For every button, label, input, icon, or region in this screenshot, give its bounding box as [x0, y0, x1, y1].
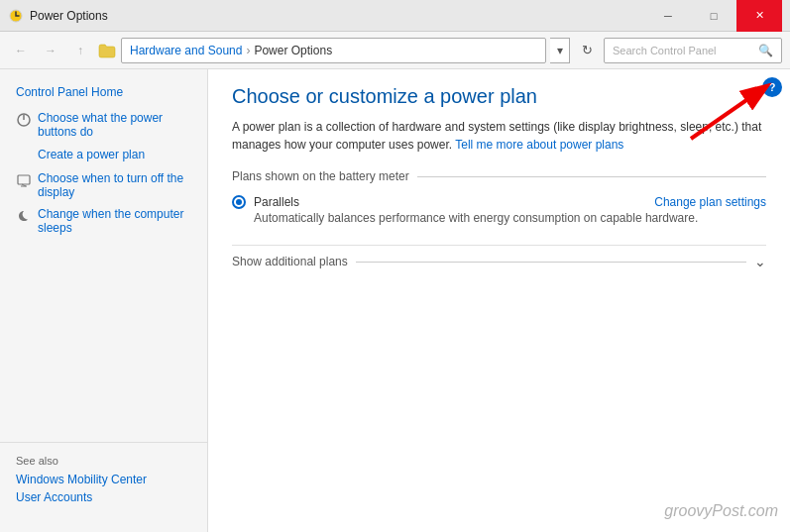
up-button[interactable]: ↑ [67, 38, 93, 63]
sidebar-control-panel-home[interactable]: Control Panel Home [0, 81, 207, 107]
search-icon: 🔍 [758, 44, 773, 57]
content-area: ? Choose or customize a power plan A pow… [208, 69, 790, 532]
back-button[interactable]: ← [8, 38, 34, 63]
svg-rect-3 [18, 175, 30, 184]
see-also-section: See also Windows Mobility Center User Ac… [0, 442, 207, 520]
title-bar: Power Options ─ □ ✕ [0, 0, 790, 32]
window-title: Power Options [30, 9, 645, 23]
address-bar: ← → ↑ Hardware and Sound › Power Options… [0, 32, 790, 69]
close-button[interactable]: ✕ [736, 0, 782, 32]
plan-radio-button[interactable] [232, 195, 246, 209]
folder-icon [97, 41, 117, 60]
plan-parallels-row: Parallels Change plan settings Automatic… [232, 191, 766, 229]
content-title: Choose or customize a power plan [232, 85, 766, 108]
window-controls: ─ □ ✕ [645, 0, 782, 32]
sidebar-user-accounts[interactable]: User Accounts [16, 490, 191, 504]
change-plan-link[interactable]: Change plan settings [654, 195, 766, 209]
show-additional-plans-row[interactable]: Show additional plans ⌄ [232, 245, 766, 277]
sidebar-item-create-plan[interactable]: Create a power plan [0, 143, 207, 167]
content-description: A power plan is a collection of hardware… [232, 118, 766, 154]
sidebar: Control Panel Home Choose what the power… [0, 69, 208, 532]
plan-radio-area: Parallels Change plan settings [232, 195, 766, 209]
show-plans-divider [356, 262, 746, 263]
sidebar-item-power-buttons[interactable]: Choose what the power buttons do [0, 107, 207, 143]
address-dropdown[interactable]: ▾ [550, 38, 570, 63]
maximize-button[interactable]: □ [691, 0, 736, 32]
app-icon [8, 8, 24, 24]
plan-description: Automatically balances performance with … [254, 211, 766, 225]
sidebar-item-computer-sleeps[interactable]: Change when the computer sleeps [0, 203, 207, 239]
display-icon [16, 172, 32, 188]
watermark: groovyPost.com [664, 502, 778, 520]
address-path[interactable]: Hardware and Sound › Power Options [121, 38, 546, 63]
minimize-button[interactable]: ─ [645, 0, 691, 32]
search-box[interactable]: Search Control Panel 🔍 [604, 38, 782, 63]
sidebar-link-turn-off-display: Choose when to turn off the display [38, 171, 191, 199]
sidebar-item-turn-off-display[interactable]: Choose when to turn off the display [0, 167, 207, 203]
help-button[interactable]: ? [762, 77, 782, 97]
refresh-button[interactable]: ↻ [574, 38, 600, 63]
sleep-icon [16, 208, 32, 224]
sidebar-link-power-buttons: Choose what the power buttons do [38, 111, 191, 139]
breadcrumb-power-options: Power Options [254, 44, 332, 57]
tell-me-more-link[interactable]: Tell me more about power plans [455, 138, 623, 152]
sidebar-link-computer-sleeps: Change when the computer sleeps [38, 207, 191, 235]
see-also-label: See also [16, 455, 191, 467]
show-plans-label: Show additional plans [232, 255, 348, 268]
sidebar-mobility-center[interactable]: Windows Mobility Center [16, 473, 191, 486]
chevron-down-icon: ⌄ [754, 254, 766, 269]
forward-button[interactable]: → [38, 38, 63, 63]
main-layout: Control Panel Home Choose what the power… [0, 69, 790, 532]
search-placeholder: Search Control Panel [613, 45, 717, 56]
plan-name: Parallels [254, 195, 299, 209]
plans-section-header: Plans shown on the battery meter [232, 169, 766, 183]
breadcrumb-hardware[interactable]: Hardware and Sound [130, 44, 242, 57]
power-button-icon [16, 112, 32, 128]
